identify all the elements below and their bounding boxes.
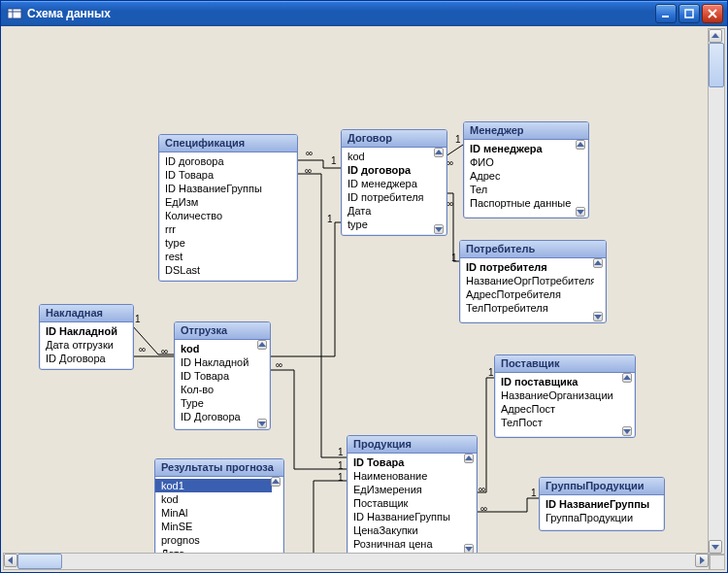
field[interactable]: ТелПост — [495, 416, 623, 429]
field[interactable]: Тел — [464, 183, 577, 196]
field[interactable]: ID договора — [342, 163, 435, 177]
field[interactable]: type — [159, 236, 297, 250]
scroll-up-button[interactable] — [271, 477, 281, 487]
scroll-up-button[interactable] — [709, 29, 722, 43]
field[interactable]: rrr — [159, 222, 297, 236]
table-header[interactable]: Результаты прогноза — [155, 459, 283, 477]
table-header[interactable]: Договор — [342, 130, 447, 148]
field[interactable]: Дата отгрузки — [40, 338, 133, 352]
table-manager[interactable]: МенеджерID менеджераФИОАдресТелПаспортны… — [463, 121, 589, 219]
scroll-up-button[interactable] — [576, 140, 585, 150]
field[interactable]: ID Товара — [159, 168, 297, 182]
scroll-down-button[interactable] — [257, 419, 267, 428]
field[interactable]: ID НазваниеГруппы — [347, 510, 465, 523]
field[interactable]: ID потребителя — [460, 260, 594, 274]
diagram-canvas[interactable]: ∞1∞1∞11∞1∞1∞1∞1∞∞1∞1 СпецификацияID дого… — [3, 28, 710, 555]
table-scrollbar[interactable] — [257, 340, 269, 428]
field[interactable]: kod — [175, 342, 258, 355]
field[interactable]: НазваниеОрганизации — [495, 388, 623, 402]
scroll-down-button[interactable] — [434, 224, 444, 234]
scroll-down-button[interactable] — [593, 312, 603, 321]
table-spec[interactable]: СпецификацияID договораID ТовараID Назва… — [158, 134, 298, 282]
field[interactable]: ID менеджера — [342, 177, 435, 190]
field[interactable]: ID Накладной — [40, 324, 133, 338]
field[interactable]: kod1 — [155, 479, 272, 492]
field[interactable]: ФИО — [464, 155, 577, 169]
scroll-track[interactable] — [464, 463, 476, 544]
table-scrollbar[interactable] — [576, 140, 587, 217]
maximize-button[interactable] — [678, 4, 700, 23]
field[interactable]: ID потребителя — [342, 190, 435, 204]
field[interactable]: rest — [159, 250, 297, 263]
title-bar[interactable]: Схема данных — [1, 1, 727, 26]
scroll-track[interactable] — [622, 383, 634, 426]
scroll-track[interactable] — [257, 350, 269, 419]
close-button[interactable] — [702, 4, 723, 23]
field[interactable]: MinAl — [155, 506, 272, 520]
field[interactable]: DSLast — [159, 263, 297, 277]
field[interactable]: ID менеджера — [464, 142, 577, 155]
field[interactable]: prognos — [155, 533, 272, 547]
table-naklad[interactable]: НакладнаяID НакладнойДата отгрузкиID Дог… — [39, 304, 134, 370]
field[interactable]: Кол-во — [175, 383, 258, 396]
table-header[interactable]: Менеджер — [464, 122, 588, 140]
field[interactable]: Адрес — [464, 169, 577, 183]
table-scrollbar[interactable] — [434, 148, 446, 234]
field[interactable]: ID Договора — [175, 410, 258, 423]
field[interactable]: ID Товара — [347, 455, 465, 469]
vertical-scrollbar[interactable] — [708, 28, 725, 555]
table-header[interactable]: Потребитель — [460, 241, 606, 258]
table-potreb[interactable]: ПотребительID потребителяНазваниеОргПотр… — [459, 240, 607, 323]
field[interactable]: АдресПотребителя — [460, 287, 594, 301]
field[interactable]: ID договора — [159, 154, 297, 168]
table-group[interactable]: ГруппыПродукцииID НазваниеГруппыГруппаПр… — [539, 477, 665, 531]
scroll-track[interactable] — [709, 43, 724, 540]
scroll-track[interactable] — [593, 268, 605, 312]
horizontal-scrollbar[interactable] — [3, 553, 710, 570]
field[interactable]: type — [342, 218, 435, 231]
field[interactable]: MinSE — [155, 520, 272, 533]
scroll-track[interactable] — [17, 554, 695, 569]
field[interactable]: Розничная цена — [347, 537, 465, 551]
minimize-button[interactable] — [655, 4, 677, 23]
table-header[interactable]: Спецификация — [159, 135, 297, 152]
field[interactable]: ЕдИзмерения — [347, 483, 465, 496]
field[interactable]: Наименование — [347, 469, 465, 483]
scroll-up-button[interactable] — [622, 373, 632, 383]
field[interactable]: kod — [155, 492, 272, 506]
scroll-up-button[interactable] — [464, 454, 474, 463]
table-otgruz[interactable]: ОтгрузкаkodID НакладнойID ТовараКол-воTy… — [174, 321, 271, 430]
scroll-right-button[interactable] — [695, 554, 709, 567]
field[interactable]: Количество — [159, 209, 297, 222]
scroll-down-button[interactable] — [576, 207, 585, 217]
table-header[interactable]: ГруппыПродукции — [540, 478, 664, 495]
field[interactable]: ID поставщика — [495, 375, 623, 388]
field[interactable]: kod — [342, 150, 435, 163]
field[interactable]: Дата — [342, 204, 435, 218]
field[interactable]: ТелПотребителя — [460, 301, 594, 315]
scroll-track[interactable] — [434, 157, 446, 224]
scroll-left-button[interactable] — [4, 554, 17, 567]
field[interactable]: ЕдИзм — [159, 195, 297, 209]
table-product[interactable]: ПродукцияID ТовараНаименованиеЕдИзмерени… — [347, 435, 478, 556]
field[interactable]: ID Товара — [175, 369, 258, 383]
table-scrollbar[interactable] — [622, 373, 634, 436]
scroll-thumb[interactable] — [17, 554, 62, 569]
table-scrollbar[interactable] — [593, 258, 605, 321]
table-scrollbar[interactable] — [464, 454, 476, 554]
field[interactable]: ГруппаПродукции — [540, 511, 664, 524]
scroll-down-button[interactable] — [709, 540, 722, 554]
field[interactable]: НазваниеОргПотребителя — [460, 274, 594, 287]
field[interactable]: ID НазваниеГруппы — [540, 497, 664, 511]
table-header[interactable]: Отгрузка — [175, 322, 270, 340]
field[interactable]: ID Договора — [40, 352, 133, 365]
table-postav[interactable]: ПоставщикID поставщикаНазваниеОрганизаци… — [494, 354, 636, 438]
table-header[interactable]: Поставщик — [495, 355, 635, 373]
scroll-down-button[interactable] — [622, 426, 632, 436]
field[interactable]: АдресПост — [495, 402, 623, 416]
scroll-thumb[interactable] — [709, 43, 724, 87]
scroll-up-button[interactable] — [593, 258, 603, 268]
table-header[interactable]: Накладная — [40, 305, 133, 322]
table-header[interactable]: Продукция — [347, 436, 477, 454]
scroll-up-button[interactable] — [434, 148, 444, 157]
